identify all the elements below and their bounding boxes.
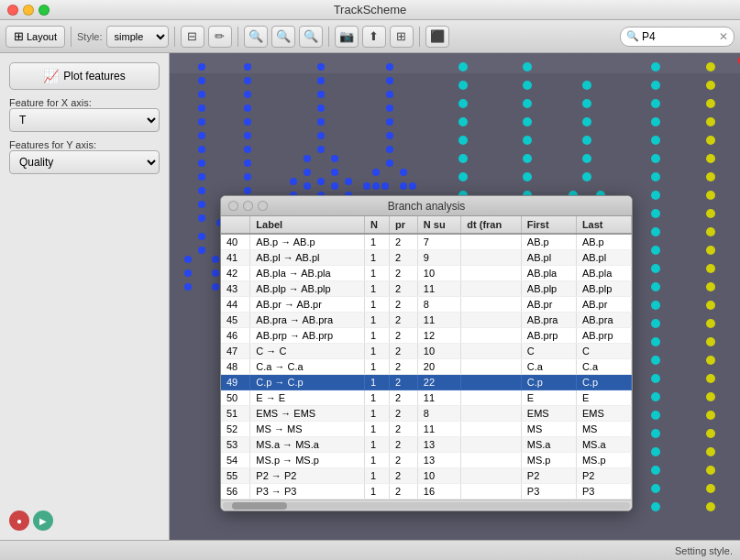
table-row[interactable]: 47 C → C 1 2 10 C C (221, 344, 632, 359)
cell-label: AB.pra → AB.pra (250, 313, 365, 328)
style-select[interactable]: simple full minimal (106, 26, 169, 48)
svg-point-42 (317, 77, 325, 84)
cell-first: AB.p (521, 234, 576, 250)
table-row[interactable]: 55 P2 → P2 1 2 10 P2 P2 (221, 468, 632, 484)
svg-point-6 (198, 118, 205, 126)
dialog-min-btn[interactable] (243, 201, 253, 211)
svg-point-85 (458, 136, 468, 145)
x-axis-select[interactable]: T (9, 108, 160, 132)
svg-point-195 (706, 447, 715, 456)
cell-label: C.a → C.a (250, 359, 365, 375)
table-row[interactable]: 45 AB.pra → AB.pra 1 2 11 AB.pra AB.pra (221, 313, 632, 328)
table-row[interactable]: 44 AB.pr → AB.pr 1 2 8 AB.pr AB.pr (221, 297, 632, 313)
cell-last: AB.pl (576, 250, 631, 266)
plot-features-button[interactable]: 📈 Plot features (9, 62, 160, 90)
table-container[interactable]: Label N pr N su dt (fran First Last 40 A… (221, 216, 632, 500)
table-row[interactable]: 42 AB.pla → AB.pla 1 2 10 AB.pla AB.pla (221, 266, 632, 281)
cell-su: 8 (417, 297, 460, 313)
svg-point-45 (317, 118, 325, 126)
layout-button[interactable]: ⊞ Layout (6, 26, 65, 48)
table-row[interactable]: 46 AB.prp → AB.prp 1 2 12 AB.prp AB.prp (221, 328, 632, 344)
table-row[interactable]: 56 P3 → P3 1 2 16 P3 P3 (221, 484, 632, 500)
cell-label: C.p → C.p (250, 375, 365, 390)
dialog-scrollbar[interactable] (221, 500, 632, 511)
svg-point-154 (651, 154, 660, 163)
titlebar: TrackScheme (0, 0, 740, 20)
cell-first: EMS (521, 406, 576, 422)
svg-point-104 (523, 136, 532, 145)
search-container: 🔍 ✕ (620, 27, 734, 47)
cell-pr: 2 (389, 266, 417, 281)
svg-point-22 (244, 63, 251, 71)
svg-point-19 (212, 269, 219, 277)
cell-dt (461, 390, 522, 406)
window-controls (7, 5, 50, 16)
scrollbar-thumb[interactable] (232, 502, 287, 510)
cell-su: 11 (417, 422, 460, 437)
sep4 (328, 27, 329, 47)
scrollbar-track (223, 502, 630, 510)
dialog-max-btn[interactable] (258, 201, 268, 211)
col-last: Last (576, 216, 631, 234)
svg-point-82 (458, 81, 468, 90)
track-canvas[interactable]: Branch analysis Label N pr N su dt (fran… (170, 53, 740, 540)
maximize-button[interactable] (39, 5, 50, 16)
cell-n: 1 (364, 359, 389, 375)
svg-point-48 (304, 155, 311, 162)
col-n: N (364, 216, 389, 234)
cell-n: 1 (364, 375, 389, 390)
table-row[interactable]: 53 MS.a → MS.a 1 2 13 MS.a MS.a (221, 437, 632, 453)
left-panel: 📈 Plot features Feature for X axis: T Fe… (0, 53, 170, 540)
cell-su: 13 (417, 453, 460, 468)
svg-point-100 (523, 62, 532, 71)
go-button[interactable]: ▶ (33, 511, 53, 531)
svg-point-194 (706, 429, 715, 438)
table-row[interactable]: 43 AB.plp → AB.plp 1 2 11 AB.plp AB.plp (221, 281, 632, 297)
svg-point-119 (582, 136, 591, 145)
screenshot-btn[interactable]: 📷 (335, 26, 359, 48)
svg-point-84 (458, 117, 468, 126)
table-row[interactable]: 48 C.a → C.a 1 2 20 C.a C.a (221, 359, 632, 375)
branch-table: Label N pr N su dt (fran First Last 40 A… (221, 216, 632, 500)
layout-icon: ⊞ (14, 29, 24, 43)
export-btn[interactable]: ⬆ (362, 26, 386, 48)
table-row[interactable]: 54 MS.p → MS.p 1 2 13 MS.p MS.p (221, 453, 632, 468)
svg-point-184 (706, 246, 715, 255)
table-row[interactable]: 50 E → E 1 2 11 E E (221, 390, 632, 406)
dialog-close-btn[interactable] (228, 201, 238, 211)
window-title: TrackScheme (334, 3, 407, 16)
select-btn[interactable]: ⬛ (425, 26, 449, 48)
svg-point-185 (706, 264, 715, 273)
zoom-fit-btn[interactable]: 🔍 (244, 26, 268, 48)
stop-button[interactable]: ● (9, 511, 29, 531)
edit-icon-btn[interactable]: ✏ (208, 26, 232, 48)
search-input[interactable] (642, 30, 715, 43)
svg-point-183 (706, 227, 715, 236)
svg-point-116 (582, 81, 591, 90)
plot-features-label: Plot features (63, 70, 125, 82)
table-row[interactable]: 51 EMS → EMS 1 2 8 EMS EMS (221, 406, 632, 422)
cell-pr: 2 (389, 281, 417, 297)
svg-point-169 (651, 429, 660, 438)
y-axis-select[interactable]: Quality (9, 150, 160, 174)
zoom-out-btn[interactable]: 🔍 (271, 26, 295, 48)
zoom-in-btn[interactable]: 🔍 (299, 26, 323, 48)
table-row[interactable]: 49 C.p → C.p 1 2 22 C.p C.p (221, 375, 632, 390)
cell-dt (461, 422, 522, 437)
cell-id: 49 (221, 375, 250, 390)
close-button[interactable] (7, 5, 18, 16)
table-row[interactable]: 41 AB.pl → AB.pl 1 2 9 AB.pl AB.pl (221, 250, 632, 266)
cell-first: MS (521, 422, 576, 437)
table-row[interactable]: 40 AB.p → AB.p 1 2 7 AB.p AB.p (221, 234, 632, 250)
minimize-button[interactable] (23, 5, 34, 16)
cell-last: P2 (576, 468, 631, 484)
svg-point-179 (706, 154, 715, 163)
table-btn[interactable]: ⊞ (390, 26, 414, 48)
cell-n: 1 (364, 344, 389, 359)
cell-label: E → E (250, 390, 365, 406)
grid-icon-btn[interactable]: ⊟ (181, 26, 204, 48)
table-row[interactable]: 52 MS → MS 1 2 11 MS MS (221, 422, 632, 437)
svg-point-163 (651, 319, 660, 328)
search-clear-icon[interactable]: ✕ (719, 30, 728, 43)
svg-point-17 (212, 256, 219, 263)
